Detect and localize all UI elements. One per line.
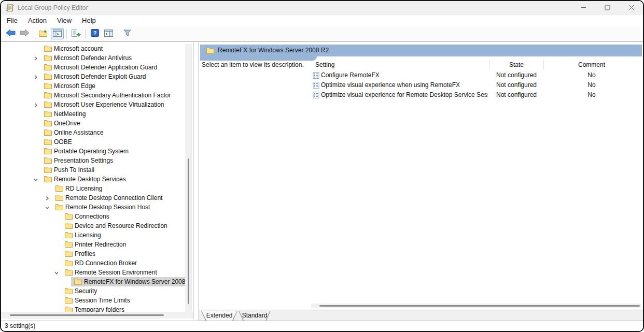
tree-item[interactable]: NetMeeting <box>1 109 185 119</box>
chevron-right-icon[interactable] <box>33 74 38 79</box>
tree-item[interactable]: Microsoft account <box>1 44 185 53</box>
tree-item[interactable]: Remote Desktop Connection Client <box>1 193 185 203</box>
setting-row[interactable]: Configure RemoteFXNot configuredNo <box>199 70 642 80</box>
tab-extended[interactable]: Extended <box>201 311 237 321</box>
policy-tree: Microsoft accountMicrosoft Defender Anti… <box>1 44 185 312</box>
folder-icon <box>44 138 52 145</box>
folder-icon <box>44 176 52 182</box>
setting-row[interactable]: Optimize visual experience for Remote De… <box>199 90 642 100</box>
tree-horizontal-scrollbar[interactable] <box>1 312 193 319</box>
tree-item-label: Remote Desktop Connection Client <box>65 193 162 203</box>
tree-item[interactable]: Profiles <box>1 249 185 258</box>
chevron-down-icon[interactable] <box>54 270 59 275</box>
tree-item[interactable]: Device and Resource Redirection <box>1 221 185 230</box>
menu-action[interactable]: Action <box>23 15 52 26</box>
setting-name[interactable]: Optimize visual experience for Remote De… <box>321 90 488 100</box>
tree-item-label: Temporary folders <box>75 305 124 312</box>
tree-item[interactable]: Temporary folders <box>1 305 185 312</box>
tree-item-label: Microsoft Defender Antivirus <box>54 53 132 63</box>
folder-icon <box>55 204 63 210</box>
column-header-setting[interactable]: Setting <box>315 61 334 69</box>
vertical-scrollbar-thumb[interactable] <box>188 158 189 304</box>
horizontal-scrollbar-thumb[interactable] <box>10 314 164 316</box>
tree-item[interactable]: Printer Redirection <box>1 240 185 249</box>
tree-item[interactable]: Remote Desktop Services <box>1 175 185 184</box>
folder-icon <box>44 73 52 80</box>
folder-icon <box>65 222 73 229</box>
setting-comment: No <box>543 70 640 80</box>
chevron-right-icon[interactable] <box>45 195 50 200</box>
tree-item[interactable]: RemoteFX for Windows Server 2008 R2 <box>1 277 185 286</box>
close-button[interactable] <box>619 1 643 15</box>
menu-view[interactable]: View <box>52 15 77 26</box>
setting-comment: No <box>543 80 640 90</box>
console-tree-button[interactable] <box>51 28 64 39</box>
maximize-button[interactable] <box>595 1 619 15</box>
tree-item[interactable]: Session Time Limits <box>1 296 185 305</box>
app-window: Local Group Policy Editor FileActionView… <box>0 0 644 332</box>
list-horizontal-scrollbar[interactable] <box>311 304 641 308</box>
tree-item-label: Microsoft Defender Exploit Guard <box>54 72 146 81</box>
tree-item[interactable]: Security <box>1 286 185 296</box>
tab-standard[interactable]: Standard <box>239 311 271 321</box>
tree-item[interactable]: Microsoft Edge <box>1 81 185 91</box>
tree-item-label: Connections <box>75 212 109 221</box>
setting-name[interactable]: Configure RemoteFX <box>321 70 380 80</box>
tree-item[interactable]: RD Connection Broker <box>1 258 185 268</box>
tree-item-label: Portable Operating System <box>54 147 129 156</box>
tree-item[interactable]: Remote Session Environment <box>1 268 185 277</box>
tree-item[interactable]: RD Licensing <box>1 184 185 193</box>
back-arrow-button[interactable] <box>4 28 17 39</box>
tree-item[interactable]: Push To Install <box>1 165 185 175</box>
setting-row[interactable]: Optimize visual experience when using Re… <box>199 80 642 90</box>
help-button[interactable]: ? <box>88 28 101 39</box>
minimize-button[interactable] <box>571 1 595 15</box>
menu-bar: FileActionViewHelp <box>1 15 643 26</box>
up-folder-button[interactable] <box>37 28 50 39</box>
tree-item[interactable]: Remote Desktop Session Host <box>1 203 185 212</box>
tree-item[interactable]: OneDrive <box>1 119 185 128</box>
tree-item[interactable]: Presentation Settings <box>1 156 185 165</box>
tree-item-label: OOBE <box>54 137 72 147</box>
tree-item[interactable]: Online Assistance <box>1 128 185 137</box>
forward-arrow-icon <box>20 29 30 38</box>
maximize-icon <box>605 5 610 12</box>
window-controls <box>571 1 643 15</box>
horizontal-scrollbar-thumb[interactable] <box>319 305 640 307</box>
chevron-right-icon[interactable] <box>33 55 38 61</box>
tree-item[interactable]: Microsoft Defender Application Guard <box>1 63 185 72</box>
export-list-icon <box>72 30 81 38</box>
tree-item[interactable]: Microsoft Secondary Authentication Facto… <box>1 91 185 100</box>
column-header-comment[interactable]: Comment <box>543 61 640 69</box>
action-pane-button[interactable] <box>102 28 115 39</box>
tree-item[interactable]: OOBE <box>1 137 185 147</box>
menu-file[interactable]: File <box>2 15 23 26</box>
column-header-state[interactable]: State <box>489 61 543 69</box>
tree-item[interactable]: Licensing <box>1 230 185 240</box>
tree-item-label: Profiles <box>75 249 95 258</box>
folder-icon <box>65 297 73 304</box>
tab-label: Extended <box>201 311 237 321</box>
status-text: 3 setting(s) <box>5 321 35 331</box>
folder-icon <box>65 241 73 248</box>
setting-icon <box>313 82 319 89</box>
tree-item[interactable]: Microsoft Defender Antivirus <box>1 53 185 63</box>
tree-item[interactable]: Portable Operating System <box>1 147 185 156</box>
tree-item-label: NetMeeting <box>54 109 86 119</box>
tree-item[interactable]: Microsoft User Experience Virtualization <box>1 100 185 109</box>
menu-help[interactable]: Help <box>77 15 101 26</box>
filter-button[interactable] <box>121 28 134 39</box>
title-bar: Local Group Policy Editor <box>1 1 643 15</box>
folder-icon <box>65 213 73 220</box>
setting-name[interactable]: Optimize visual experience when using Re… <box>321 80 460 90</box>
tree-item[interactable]: Microsoft Defender Exploit Guard <box>1 72 185 81</box>
tree-item[interactable]: Connections <box>1 212 185 221</box>
chevron-right-icon[interactable] <box>33 102 38 107</box>
export-list-button[interactable] <box>69 28 82 39</box>
folder-icon <box>44 101 52 108</box>
folder-icon <box>44 82 52 89</box>
tree-vertical-scrollbar[interactable] <box>185 44 192 312</box>
chevron-down-icon[interactable] <box>45 205 50 210</box>
forward-arrow-button[interactable] <box>18 28 31 39</box>
chevron-down-icon[interactable] <box>33 177 38 182</box>
